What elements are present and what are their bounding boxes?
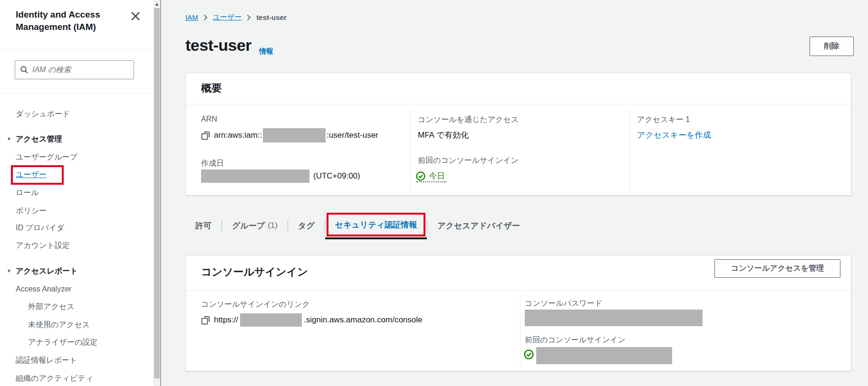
- arn-value-row: arn:aws:iam:: :user/test-user: [201, 128, 378, 142]
- created-timezone: (UTC+09:00): [313, 171, 360, 181]
- sidebar-divider: [0, 93, 153, 94]
- arn-label: ARN: [201, 115, 217, 123]
- last-signin-label: 前回のコンソールサインイン: [418, 156, 519, 166]
- tab-groups[interactable]: グループ(1): [222, 212, 288, 239]
- breadcrumb: IAM ユーザー test-user: [185, 13, 287, 22]
- tab-permissions[interactable]: 許可: [185, 212, 222, 239]
- sidebar-scrollbar[interactable]: [154, 0, 160, 386]
- column-divider: [629, 110, 630, 193]
- sidebar-item-external-access[interactable]: 外部アクセス: [28, 302, 75, 311]
- redaction-box: [201, 169, 309, 183]
- tab-security-credentials[interactable]: セキュリティ認証情報: [325, 212, 427, 239]
- sidebar-section-access-reports[interactable]: ▼アクセスレポート: [7, 266, 78, 276]
- signin-link-row: https:// .signin.aws.amazon.com/console: [201, 313, 423, 327]
- tab-access-advisor[interactable]: アクセスアドバイザー: [427, 212, 530, 239]
- sidebar-item-identity-providers[interactable]: ID プロバイダ: [16, 223, 64, 233]
- console-access-value: MFA で有効化: [418, 130, 469, 141]
- sidebar-item-roles[interactable]: ロール: [16, 188, 39, 198]
- created-value-row: (UTC+09:00): [201, 169, 360, 183]
- scrollbar-thumb[interactable]: [154, 8, 160, 378]
- redaction-box: [240, 313, 302, 327]
- redaction-box: [525, 310, 703, 326]
- tooltip-underline: [416, 171, 446, 182]
- created-label: 作成日: [201, 159, 224, 169]
- info-link[interactable]: 情報: [259, 47, 273, 56]
- chevron-right-icon: [203, 14, 208, 21]
- access-key-label: アクセスキー 1: [637, 115, 690, 125]
- console-access-label: コンソールを通じたアクセス: [418, 115, 519, 125]
- sidebar-item-unused-access[interactable]: 未使用のアクセス: [28, 320, 90, 330]
- breadcrumb-users[interactable]: ユーザー: [213, 13, 242, 22]
- signin-link-label: コンソールサインインのリンク: [201, 300, 310, 310]
- check-circle-icon: [524, 349, 534, 359]
- sidebar-section-access-management[interactable]: ▼アクセス管理: [7, 134, 62, 144]
- sidebar-item-user-groups[interactable]: ユーザーグループ: [16, 152, 77, 162]
- redaction-box: [536, 347, 672, 364]
- page-title: test-user: [185, 36, 251, 55]
- arn-prefix: arn:aws:iam::: [214, 131, 262, 140]
- iam-console-screen: Identity and Access Management (IAM) ダッシ…: [0, 0, 868, 386]
- copy-icon[interactable]: [201, 131, 210, 140]
- search-icon: [20, 66, 29, 74]
- manage-console-access-button[interactable]: コンソールアクセスを管理: [714, 259, 840, 278]
- sidebar: Identity and Access Management (IAM) ダッシ…: [0, 0, 153, 386]
- create-access-key-link[interactable]: アクセスキーを作成: [637, 130, 711, 141]
- sidebar-item-account-settings[interactable]: アカウント設定: [16, 241, 70, 250]
- copy-icon[interactable]: [201, 316, 210, 325]
- tab-tags[interactable]: タグ: [288, 212, 325, 239]
- column-divider: [520, 296, 521, 367]
- console-signin-card: コンソールサインイン コンソールアクセスを管理 コンソールサインインのリンク h…: [185, 255, 851, 371]
- delete-button[interactable]: 削除: [810, 37, 854, 56]
- sidebar-divider: [0, 49, 153, 50]
- sidebar-item-users[interactable]: ユーザー: [16, 170, 47, 179]
- chevron-down-icon: ▼: [7, 266, 11, 276]
- signin-link-suffix: .signin.aws.amazon.com/console: [304, 315, 422, 325]
- breadcrumb-current: test-user: [256, 13, 286, 21]
- signin-card-title: コンソールサインイン: [201, 265, 308, 279]
- card-divider: [186, 290, 851, 291]
- signin-last-label: 前回のコンソールサインイン: [525, 335, 626, 345]
- chevron-right-icon: [247, 14, 251, 21]
- sidebar-item-dashboard[interactable]: ダッシュボード: [16, 109, 70, 119]
- redaction-box: [263, 128, 326, 142]
- main-content: IAM ユーザー test-user test-user 情報 削除 概要 AR…: [161, 0, 868, 386]
- console-password-label: コンソールパスワード: [525, 299, 602, 309]
- sidebar-item-organization-activity[interactable]: 組織のアクティビティ: [16, 374, 93, 383]
- tab-bar: 許可 グループ(1) タグ セキュリティ認証情報 アクセスアドバイザー: [185, 212, 530, 239]
- breadcrumb-iam[interactable]: IAM: [185, 13, 198, 21]
- iam-search-box[interactable]: [15, 60, 134, 79]
- scroll-up-icon[interactable]: [155, 3, 159, 6]
- search-input[interactable]: [32, 66, 129, 74]
- sidebar-item-access-analyzer[interactable]: Access Analyzer: [16, 284, 71, 294]
- column-divider: [410, 110, 411, 193]
- summary-card-title: 概要: [201, 81, 222, 95]
- close-icon[interactable]: [130, 10, 141, 22]
- signin-link-prefix: https://: [214, 315, 238, 325]
- card-divider: [186, 104, 851, 104]
- sidebar-item-credential-report[interactable]: 認証情報レポート: [16, 356, 77, 365]
- chevron-down-icon: ▼: [7, 134, 11, 144]
- sidebar-title: Identity and Access Management (IAM): [16, 9, 118, 33]
- sidebar-item-analyzer-settings[interactable]: アナライザーの設定: [28, 338, 97, 347]
- sidebar-item-policies[interactable]: ポリシー: [16, 206, 47, 216]
- arn-suffix: :user/test-user: [327, 131, 378, 140]
- summary-card: 概要 ARN arn:aws:iam:: :user/test-user 作成日…: [185, 73, 851, 196]
